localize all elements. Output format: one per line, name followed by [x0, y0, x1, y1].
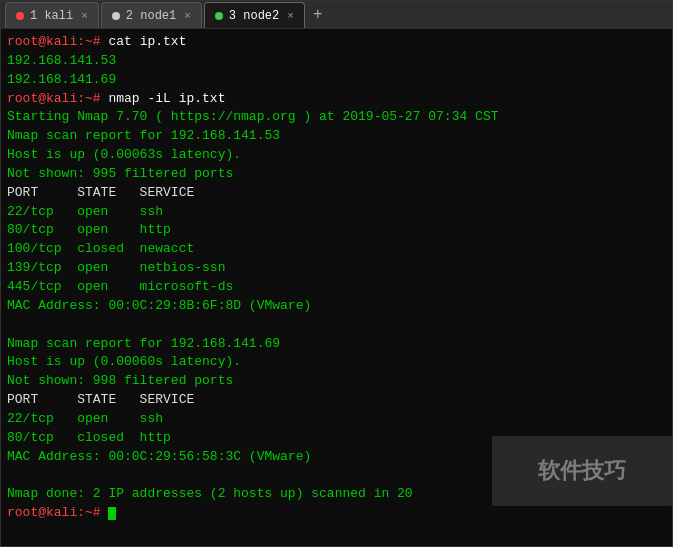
- terminal-line: 192.168.141.53: [7, 52, 666, 71]
- tab-close-button[interactable]: ×: [287, 10, 294, 22]
- terminal-line: MAC Address: 00:0C:29:8B:6F:8D (VMware): [7, 297, 666, 316]
- tab-1-kali[interactable]: 1 kali×: [5, 2, 99, 28]
- terminal-line: Starting Nmap 7.70 ( https://nmap.org ) …: [7, 108, 666, 127]
- terminal-line: [7, 466, 666, 485]
- new-tab-button[interactable]: +: [307, 4, 329, 26]
- terminal-line: PORT STATE SERVICE: [7, 184, 666, 203]
- terminal-line: 80/tcp open http: [7, 221, 666, 240]
- tab-dot: [215, 12, 223, 20]
- terminal-line: Nmap done: 2 IP addresses (2 hosts up) s…: [7, 485, 666, 504]
- terminal-line: 80/tcp closed http: [7, 429, 666, 448]
- terminal-line: root@kali:~# nmap -iL ip.txt: [7, 90, 666, 109]
- terminal-line: Nmap scan report for 192.168.141.69: [7, 335, 666, 354]
- terminal-line: [7, 316, 666, 335]
- tab-label: 2 node1: [126, 9, 176, 23]
- terminal-line: Not shown: 998 filtered ports: [7, 372, 666, 391]
- terminal-line: MAC Address: 00:0C:29:56:58:3C (VMware): [7, 448, 666, 467]
- tab-close-button[interactable]: ×: [81, 10, 88, 22]
- tab-label: 1 kali: [30, 9, 73, 23]
- terminal-line: 22/tcp open ssh: [7, 203, 666, 222]
- terminal-body[interactable]: root@kali:~# cat ip.txt192.168.141.53192…: [1, 29, 672, 546]
- terminal-line: 192.168.141.69: [7, 71, 666, 90]
- tab-dot: [112, 12, 120, 20]
- tab-2-node1[interactable]: 2 node1×: [101, 2, 202, 28]
- terminal-line: 445/tcp open microsoft-ds: [7, 278, 666, 297]
- terminal-command: nmap -iL ip.txt: [108, 91, 225, 106]
- terminal-line: Not shown: 995 filtered ports: [7, 165, 666, 184]
- terminal-line: 100/tcp closed newacct: [7, 240, 666, 259]
- terminal-line: 22/tcp open ssh: [7, 410, 666, 429]
- terminal-cursor: [108, 507, 116, 520]
- tab-3-node2[interactable]: 3 node2×: [204, 2, 305, 28]
- terminal-line: 139/tcp open netbios-ssn: [7, 259, 666, 278]
- terminal-line: root@kali:~# cat ip.txt: [7, 33, 666, 52]
- terminal-prompt: root@kali:~#: [7, 91, 108, 106]
- terminal-prompt: root@kali:~#: [7, 34, 108, 49]
- terminal-window: 1 kali×2 node1×3 node2×+ root@kali:~# ca…: [0, 0, 673, 547]
- terminal-line: root@kali:~#: [7, 504, 666, 523]
- tab-close-button[interactable]: ×: [184, 10, 191, 22]
- terminal-line: PORT STATE SERVICE: [7, 391, 666, 410]
- tab-label: 3 node2: [229, 9, 279, 23]
- terminal-command: cat ip.txt: [108, 34, 186, 49]
- tab-bar: 1 kali×2 node1×3 node2×+: [1, 1, 672, 29]
- terminal-line: Host is up (0.00063s latency).: [7, 146, 666, 165]
- terminal-prompt: root@kali:~#: [7, 505, 108, 520]
- terminal-line: Host is up (0.00060s latency).: [7, 353, 666, 372]
- tab-dot: [16, 12, 24, 20]
- terminal-line: Nmap scan report for 192.168.141.53: [7, 127, 666, 146]
